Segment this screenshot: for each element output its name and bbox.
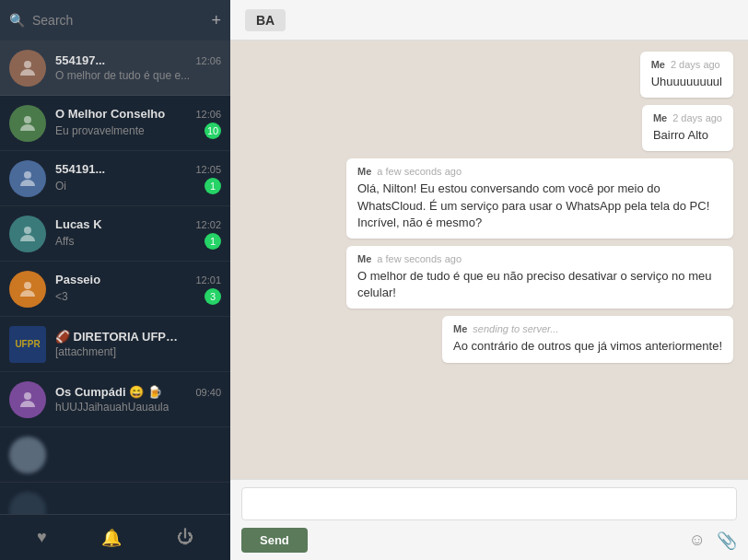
chat-info (55, 454, 221, 456)
avatar (9, 437, 46, 473)
message-bubble: Mesending to server...Ao contrário de ou… (442, 316, 733, 362)
chat-list-item[interactable]: O Melhor Conselho12:06Eu provavelmente10 (0, 96, 230, 151)
power-icon[interactable]: ⏻ (177, 528, 193, 547)
search-bar: 🔍 + (0, 0, 230, 41)
svg-point-0 (24, 61, 31, 68)
heart-icon[interactable]: ♥ (37, 528, 47, 547)
message-time: 2 days ago (671, 59, 720, 70)
chat-name: 🏈 DIRETORIA UFPR BS 🏈 (55, 330, 184, 344)
message-sender: Me (453, 323, 467, 334)
svg-point-2 (24, 171, 31, 179)
chat-info: 554197...12:06O melhor de tudo é que e..… (55, 53, 221, 82)
message-time: sending to server... (473, 323, 558, 334)
main-chat: BA Me2 days agoUhuuuuuuuulMe2 days agoBa… (230, 0, 748, 560)
message-time: a few seconds ago (377, 253, 462, 264)
chat-list-item[interactable] (0, 483, 230, 514)
unread-badge: 1 (205, 233, 221, 250)
message-text: Olá, Nilton! Eu estou conversando com vo… (357, 181, 722, 231)
chat-name: 554197... (55, 53, 105, 67)
chat-preview: Affs (55, 235, 74, 248)
avatar (9, 50, 46, 87)
chat-time: 09:40 (195, 387, 221, 398)
chat-preview: O melhor de tudo é que e... (55, 69, 190, 82)
message-time: 2 days ago (672, 112, 722, 123)
message-input[interactable] (241, 487, 737, 520)
chat-time: 12:01 (195, 274, 221, 286)
unread-badge: 1 (205, 178, 221, 194)
add-chat-button[interactable]: + (211, 12, 221, 29)
avatar (9, 160, 46, 197)
message-text: O melhor de tudo é que eu não preciso de… (357, 268, 722, 301)
chat-preview: hUUJJaihauahUauaula (55, 401, 169, 414)
message-meta: Mea few seconds ago (357, 166, 722, 177)
chat-time: 12:06 (195, 109, 221, 120)
message-bubble: Mea few seconds agoOlá, Nilton! Eu estou… (346, 158, 733, 239)
chat-info: Lucas K12:02Affs1 (55, 217, 221, 250)
message-time: a few seconds ago (377, 166, 462, 177)
message-bubble: Mea few seconds agoO melhor de tudo é qu… (346, 246, 733, 309)
emoji-icon[interactable]: ☺ (689, 531, 706, 550)
chat-time: 12:06 (195, 55, 221, 66)
svg-point-1 (24, 116, 31, 123)
message-text: Ao contrário de outros que já vimos ante… (453, 338, 722, 355)
chat-preview: <3 (55, 290, 68, 303)
search-icon: 🔍 (9, 13, 25, 28)
chat-info: O Melhor Conselho12:06Eu provavelmente10 (55, 107, 221, 139)
search-input[interactable] (32, 13, 204, 28)
chat-name: 554191... (55, 162, 105, 176)
avatar (9, 216, 46, 252)
message-meta: Me2 days ago (651, 59, 722, 70)
avatar: UFPR (9, 326, 46, 363)
chat-list-item[interactable]: Lucas K12:02Affs1 (0, 206, 230, 262)
messages-area: Me2 days agoUhuuuuuuuulMe2 days agoBairr… (230, 41, 748, 479)
chat-time: 12:02 (195, 219, 221, 230)
chat-name: Os Cumpádi 😄 🍺 (55, 385, 162, 399)
message-meta: Mea few seconds ago (357, 253, 722, 264)
chat-info: 🏈 DIRETORIA UFPR BS 🏈[attachment] (55, 330, 221, 358)
chat-info: 554191...12:05Oi1 (55, 162, 221, 194)
sidebar-footer: ♥ 🔔 ⏻ (0, 514, 230, 560)
chat-list-item[interactable] (0, 427, 230, 483)
svg-point-3 (24, 227, 31, 234)
chat-list-item[interactable]: Passeio12:01<33 (0, 262, 230, 317)
input-area: Send ☺ 📎 (230, 479, 748, 560)
unread-badge: 10 (205, 122, 221, 139)
chat-info: Os Cumpádi 😄 🍺09:40hUUJJaihauahUauaula (55, 385, 221, 414)
attach-icon[interactable]: 📎 (717, 531, 737, 551)
svg-point-4 (24, 282, 31, 289)
message-bubble: Me2 days agoBairro Alto (642, 105, 733, 151)
chat-preview: [attachment] (55, 345, 116, 358)
chat-preview: Oi (55, 180, 66, 192)
input-toolbar: Send ☺ 📎 (241, 528, 737, 553)
input-icons: ☺ 📎 (689, 531, 737, 551)
chat-list: 554197...12:06O melhor de tudo é que e..… (0, 41, 230, 514)
bell-icon[interactable]: 🔔 (101, 528, 122, 548)
unread-badge: 3 (205, 288, 221, 305)
chat-name: Passeio (55, 273, 100, 286)
avatar (9, 105, 46, 142)
chat-header: BA (230, 0, 748, 41)
message-sender: Me (357, 166, 371, 177)
chat-name: O Melhor Conselho (55, 107, 165, 121)
chat-name: Lucas K (55, 217, 102, 231)
message-text: Bairro Alto (653, 127, 722, 144)
chat-time: 12:05 (195, 164, 221, 175)
message-bubble: Me2 days agoUhuuuuuuuul (640, 52, 733, 98)
chat-list-item[interactable]: 554197...12:06O melhor de tudo é que e..… (0, 41, 230, 96)
message-sender: Me (651, 59, 665, 70)
chat-list-item[interactable]: 554191...12:05Oi1 (0, 151, 230, 206)
message-text: Uhuuuuuuuul (651, 74, 722, 90)
chat-list-item[interactable]: Os Cumpádi 😄 🍺09:40hUUJJaihauahUauaula (0, 372, 230, 427)
avatar (9, 381, 46, 418)
svg-point-5 (24, 392, 31, 400)
avatar (9, 271, 46, 308)
message-meta: Me2 days ago (653, 112, 722, 123)
contact-name: BA (245, 9, 286, 31)
send-button[interactable]: Send (241, 528, 308, 553)
avatar (9, 492, 46, 515)
chat-info: Passeio12:01<33 (55, 273, 221, 305)
chat-list-item[interactable]: UFPR🏈 DIRETORIA UFPR BS 🏈[attachment] (0, 317, 230, 372)
message-sender: Me (653, 112, 667, 123)
message-meta: Mesending to server... (453, 323, 722, 334)
chat-info (55, 509, 221, 511)
